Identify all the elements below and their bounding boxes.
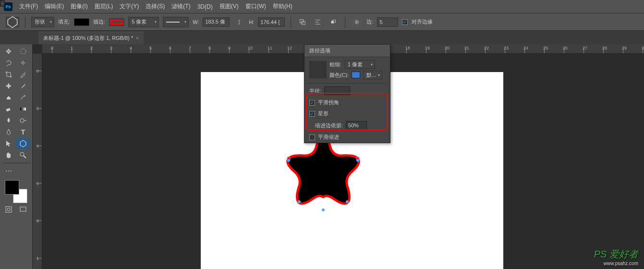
menu-layer[interactable]: 图层(L) (95, 2, 113, 11)
indent-field[interactable] (346, 121, 367, 130)
menu-image[interactable]: 图像(I) (71, 2, 87, 11)
path-select-tool[interactable] (2, 138, 15, 149)
separator (2, 163, 30, 163)
align-edges-label: 对齐边缘 (412, 18, 433, 25)
stroke-style-select[interactable] (163, 17, 189, 27)
tool-mode-select[interactable]: 形状 (31, 17, 54, 27)
canvas-area: 0123456789101112131415161718192021222324… (33, 44, 644, 269)
menubar: Ps 文件(F) 编辑(E) 图像(I) 图层(L) 文字(Y) 选择(S) 滤… (0, 0, 644, 13)
radius-field[interactable] (324, 86, 350, 95)
thickness-label: 粗细: (329, 61, 341, 68)
link-wh-icon[interactable] (233, 17, 245, 27)
color-select[interactable]: 默... (363, 71, 382, 79)
fill-label: 填充: (58, 18, 70, 25)
svg-rect-12 (6, 108, 11, 111)
zoom-tool[interactable] (16, 150, 30, 160)
stroke-width-value: 5 像素 (132, 18, 146, 25)
svg-point-20 (7, 208, 10, 211)
menu-3d[interactable]: 3D(D) (197, 3, 213, 10)
watermark: PS 爱好者 www.psahz.com (594, 248, 638, 266)
gradient-tool[interactable] (16, 104, 30, 114)
sides-field[interactable] (377, 17, 398, 27)
path-operations-icon[interactable] (297, 17, 308, 27)
healing-tool[interactable]: ✚ (2, 81, 15, 91)
menu-type[interactable]: 文字(Y) (120, 2, 139, 11)
stroke-swatch[interactable] (109, 18, 124, 26)
pen-tool[interactable] (2, 127, 15, 137)
type-tool[interactable]: T (16, 127, 30, 137)
screen-mode-icon[interactable] (16, 204, 30, 215)
menu-edit[interactable]: 编辑(E) (45, 2, 64, 11)
svg-point-25 (298, 200, 301, 203)
gear-icon[interactable] (351, 17, 363, 27)
svg-point-11 (20, 49, 26, 54)
marquee-tool[interactable] (16, 46, 30, 57)
menu-file[interactable]: 文件(F) (19, 2, 38, 11)
height-field[interactable] (258, 17, 285, 27)
svg-marker-16 (20, 140, 26, 147)
svg-rect-7 (331, 21, 334, 23)
path-arrangement-icon[interactable] (328, 17, 339, 27)
svg-rect-19 (6, 207, 12, 212)
color-label: 颜色(C): (329, 72, 349, 79)
move-tool[interactable]: ✥ (2, 46, 15, 57)
tab-title: 未标题-1 @ 100% (多边形 1, RGB/8) * (43, 35, 133, 42)
clone-stamp-tool[interactable] (2, 92, 15, 103)
dodge-tool[interactable] (16, 115, 30, 126)
quick-mask-icon[interactable] (2, 204, 15, 215)
hand-tool[interactable] (2, 150, 15, 160)
sides-label: 边: (366, 18, 373, 25)
expand-panels-icon[interactable]: » (0, 0, 5, 7)
svg-rect-13 (20, 108, 26, 110)
divider (345, 16, 345, 28)
svg-point-14 (20, 119, 24, 122)
smooth-corners-checkbox[interactable] (309, 100, 315, 106)
menu-view[interactable]: 视图(V) (219, 2, 239, 11)
magic-wand-tool[interactable]: ✧ (16, 58, 30, 68)
svg-rect-21 (20, 207, 26, 211)
star-label: 星形 (318, 110, 328, 117)
menu-help[interactable]: 帮助(H) (273, 2, 292, 11)
svg-point-10 (356, 21, 358, 23)
eyedropper-tool[interactable] (16, 69, 30, 80)
width-field[interactable] (203, 17, 230, 27)
w-label: W: (193, 19, 199, 25)
more-tools-icon[interactable]: ⋯ (2, 166, 15, 176)
menu-select[interactable]: 选择(S) (146, 2, 165, 11)
history-brush-tool[interactable] (16, 92, 30, 103)
blur-tool[interactable] (2, 115, 15, 126)
path-color-swatch[interactable] (352, 72, 360, 78)
lasso-tool[interactable] (2, 58, 15, 68)
eraser-tool[interactable] (2, 104, 15, 114)
fg-color[interactable] (5, 180, 19, 195)
popup-title: 路径选项 (304, 45, 390, 57)
svg-marker-0 (8, 16, 17, 27)
menu-filter[interactable]: 滤镜(T) (171, 2, 190, 11)
toolbox: ✥ ✧ ✚ T ⋯ (0, 44, 33, 269)
smooth-indent-label: 平滑缩进 (318, 134, 339, 141)
stroke-width-field[interactable]: 5 像素 (128, 17, 159, 27)
menu-window[interactable]: 窗口(W) (245, 2, 266, 11)
document-tabs: » 未标题-1 @ 100% (多边形 1, RGB/8) * × (0, 31, 644, 44)
document-tab[interactable]: 未标题-1 @ 100% (多边形 1, RGB/8) * × (38, 32, 144, 44)
star-checkbox[interactable] (309, 111, 315, 117)
ruler-vertical[interactable]: 024681 (33, 54, 42, 269)
brush-tool[interactable] (16, 81, 30, 91)
watermark-main: PS 爱好者 (594, 249, 638, 259)
polygon-tool[interactable] (16, 138, 30, 149)
color-swap[interactable] (5, 180, 27, 203)
path-alignment-icon[interactable] (312, 17, 324, 27)
h-label: H: (249, 19, 254, 25)
path-options-popup: 路径选项 粗细: 1 像素 颜色(C): 默... 半径: (304, 44, 390, 143)
tool-mode-label: 形状 (35, 18, 45, 25)
fill-swatch[interactable] (74, 18, 89, 26)
thickness-field[interactable]: 1 像素 (344, 60, 375, 69)
close-tab-icon[interactable]: × (136, 36, 139, 41)
divider (291, 16, 291, 28)
crop-tool[interactable] (2, 69, 15, 80)
svg-line-18 (24, 156, 26, 158)
align-edges-checkbox[interactable] (402, 19, 408, 25)
smooth-indent-checkbox[interactable] (309, 134, 315, 140)
tool-preset-icon[interactable] (6, 17, 19, 27)
main-area: « ✥ ✧ ✚ T ⋯ 0123456789101112131415161718… (0, 44, 644, 269)
